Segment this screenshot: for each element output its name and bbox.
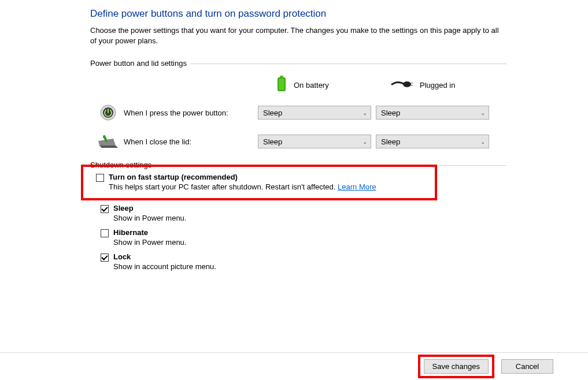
page-title: Define power buttons and turn on passwor… — [90, 8, 588, 20]
section-header-power: Power button and lid settings — [90, 59, 506, 68]
row-close-lid: When I close the lid: Sleep ⌄ Sleep ⌄ — [90, 132, 506, 151]
page-subtext: Choose the power settings that you want … — [90, 25, 506, 46]
checkbox-fast-startup[interactable] — [96, 174, 104, 182]
plug-icon — [391, 79, 414, 91]
opt-fast-startup-desc: This helps start your PC faster after sh… — [109, 182, 376, 191]
opt-hibernate-desc: Show in Power menu. — [113, 238, 186, 247]
power-button-label: When I press the power button: — [124, 109, 228, 117]
section-label-power: Power button and lid settings — [90, 59, 190, 68]
dropdown-lid-battery[interactable]: Sleep ⌄ — [258, 135, 371, 148]
svg-rect-2 — [279, 79, 284, 90]
opt-hibernate-title: Hibernate — [113, 228, 186, 237]
opt-fast-startup-desc-text: This helps start your PC faster after sh… — [109, 182, 338, 191]
checkbox-hibernate[interactable] — [101, 229, 109, 237]
svg-rect-4 — [411, 83, 413, 84]
row-power-button: When I press the power button: Sleep ⌄ S… — [90, 103, 506, 122]
opt-lock-title: Lock — [113, 252, 216, 261]
opt-fast-startup-title: Turn on fast startup (recommended) — [109, 173, 376, 181]
power-button-icon — [98, 103, 118, 122]
opt-sleep-desc: Show in Power menu. — [113, 214, 186, 222]
learn-more-link[interactable]: Learn More — [338, 182, 376, 191]
close-lid-icon — [98, 132, 118, 151]
svg-rect-5 — [411, 85, 413, 86]
svg-point-3 — [403, 81, 411, 87]
dropdown-value: Sleep — [263, 109, 282, 117]
save-button[interactable]: Save changes — [424, 359, 489, 374]
dropdown-value: Sleep — [263, 137, 282, 146]
column-plugged-label: Plugged in — [420, 81, 455, 90]
highlight-fast-startup: Turn on fast startup (recommended) This … — [81, 165, 437, 200]
opt-sleep-title: Sleep — [113, 204, 186, 213]
column-battery-label: On battery — [294, 81, 329, 90]
chevron-down-icon: ⌄ — [363, 139, 367, 145]
checkbox-lock[interactable] — [101, 254, 109, 262]
chevron-down-icon: ⌄ — [480, 110, 485, 116]
svg-rect-0 — [280, 76, 283, 77]
close-lid-label: When I close the lid: — [124, 137, 191, 146]
battery-icon — [275, 76, 288, 95]
chevron-down-icon: ⌄ — [480, 139, 485, 145]
dropdown-power-plugged[interactable]: Sleep ⌄ — [376, 106, 489, 120]
chevron-down-icon: ⌄ — [363, 110, 367, 116]
dropdown-value: Sleep — [381, 109, 400, 117]
cancel-button[interactable]: Cancel — [501, 359, 553, 374]
dropdown-lid-plugged[interactable]: Sleep ⌄ — [376, 135, 489, 148]
divider — [190, 64, 506, 64]
highlight-save-button: Save changes — [418, 355, 494, 378]
dropdown-power-battery[interactable]: Sleep ⌄ — [258, 106, 371, 120]
checkbox-sleep[interactable] — [101, 205, 109, 213]
bottom-bar: Save changes Cancel — [0, 352, 588, 380]
dropdown-value: Sleep — [381, 137, 400, 146]
column-headers: On battery Plugged in — [90, 76, 506, 95]
opt-lock-desc: Show in account picture menu. — [113, 262, 216, 271]
